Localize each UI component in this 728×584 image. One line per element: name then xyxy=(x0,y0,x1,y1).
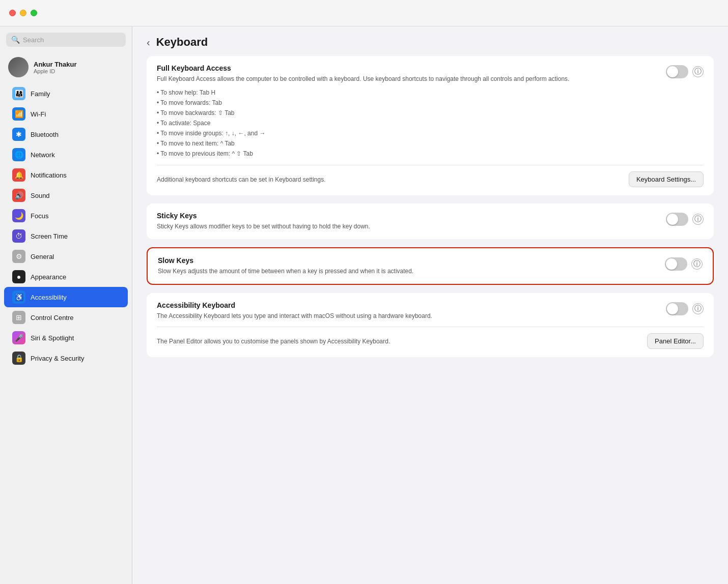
focus-icon: 🌙 xyxy=(12,209,25,222)
sidebar: 🔍 Search Ankur Thakur Apple ID 👨‍👩‍👧Fami… xyxy=(0,26,132,584)
family-icon: 👨‍👩‍👧 xyxy=(12,87,25,100)
section-slow-keys: Slow KeysSlow Keys adjusts the amount of… xyxy=(148,248,713,284)
screentime-icon: ⏱ xyxy=(12,229,25,243)
avatar xyxy=(8,57,29,77)
notifications-label: Notifications xyxy=(31,171,67,179)
sidebar-item-general[interactable]: ⚙General xyxy=(4,246,128,267)
section-full-keyboard-access: Full Keyboard AccessFull Keyboard Access… xyxy=(147,56,714,195)
sound-icon: 🔊 xyxy=(12,189,25,202)
appearance-icon: ● xyxy=(12,270,25,283)
family-label: Family xyxy=(31,90,50,98)
full-keyboard-access-action-button[interactable]: Keyboard Settings... xyxy=(629,171,704,187)
sticky-keys-title: Sticky Keys xyxy=(157,212,658,220)
wifi-icon: 📶 xyxy=(12,107,25,121)
accessibility-keyboard-toggle[interactable] xyxy=(666,302,688,315)
wifi-label: Wi-Fi xyxy=(31,110,46,118)
card-sticky-keys: Sticky KeysSticky Keys allows modifier k… xyxy=(147,203,714,239)
card-slow-keys: Slow KeysSlow Keys adjusts the amount of… xyxy=(147,247,714,285)
sidebar-item-bluetooth[interactable]: ✱Bluetooth xyxy=(4,124,128,144)
focus-label: Focus xyxy=(31,212,48,220)
accessibility-keyboard-title: Accessibility Keyboard xyxy=(157,301,658,309)
network-icon: 🌐 xyxy=(12,148,25,161)
content-area: ‹ Keyboard Full Keyboard AccessFull Keyb… xyxy=(132,26,728,584)
slow-keys-desc: Slow Keys adjusts the amount of time bet… xyxy=(158,267,657,276)
sidebar-item-family[interactable]: 👨‍👩‍👧Family xyxy=(4,83,128,104)
privacy-icon: 🔒 xyxy=(12,352,25,365)
control-label: Control Centre xyxy=(31,314,74,322)
sticky-keys-info-btn[interactable]: ⓘ xyxy=(692,214,704,225)
user-name: Ankur Thakur xyxy=(34,61,77,68)
search-container: 🔍 Search xyxy=(0,33,132,53)
general-label: General xyxy=(31,253,54,260)
close-button[interactable] xyxy=(9,10,16,16)
accessibility-icon: ♿ xyxy=(12,290,25,304)
search-placeholder: Search xyxy=(23,36,44,44)
section-accessibility-keyboard: Accessibility KeyboardThe Accessibility … xyxy=(147,293,714,357)
slow-keys-info-btn[interactable]: ⓘ xyxy=(691,258,703,270)
siri-label: Siri & Spotlight xyxy=(31,334,74,342)
control-icon: ⊞ xyxy=(12,311,25,324)
full-keyboard-access-toggle[interactable] xyxy=(666,65,688,78)
sidebar-section: 👨‍👩‍👧Family📶Wi-Fi✱Bluetooth🌐Network🔔Noti… xyxy=(0,83,132,368)
appearance-label: Appearance xyxy=(31,273,66,281)
sidebar-item-notifications[interactable]: 🔔Notifications xyxy=(4,165,128,185)
privacy-label: Privacy & Security xyxy=(31,355,84,362)
general-icon: ⚙ xyxy=(12,250,25,263)
sidebar-item-screentime[interactable]: ⏱Screen Time xyxy=(4,226,128,246)
back-button[interactable]: ‹ xyxy=(147,37,150,48)
section-sticky-keys: Sticky KeysSticky Keys allows modifier k… xyxy=(147,203,714,239)
sidebar-item-privacy[interactable]: 🔒Privacy & Security xyxy=(4,348,128,368)
screentime-label: Screen Time xyxy=(31,232,68,240)
sidebar-item-siri[interactable]: 🎤Siri & Spotlight xyxy=(4,328,128,348)
content-body: Full Keyboard AccessFull Keyboard Access… xyxy=(132,56,728,371)
search-icon: 🔍 xyxy=(11,36,20,44)
notifications-icon: 🔔 xyxy=(12,168,25,182)
sound-label: Sound xyxy=(31,192,50,199)
sidebar-item-focus[interactable]: 🌙Focus xyxy=(4,206,128,226)
content-header: ‹ Keyboard xyxy=(132,26,728,56)
accessibility-keyboard-action-button[interactable]: Panel Editor... xyxy=(647,333,704,349)
sidebar-item-wifi[interactable]: 📶Wi-Fi xyxy=(4,104,128,124)
accessibility-label: Accessibility xyxy=(31,294,67,301)
full-keyboard-access-title: Full Keyboard Access xyxy=(157,64,658,72)
maximize-button[interactable] xyxy=(31,10,37,16)
bluetooth-icon: ✱ xyxy=(12,128,25,141)
sidebar-item-accessibility[interactable]: ♿Accessibility xyxy=(4,287,128,307)
full-keyboard-access-desc: Full Keyboard Access allows the computer… xyxy=(157,74,658,159)
sticky-keys-toggle[interactable] xyxy=(666,213,688,226)
full-keyboard-access-additional-text: Additional keyboard shortcuts can be set… xyxy=(157,175,621,184)
search-box[interactable]: 🔍 Search xyxy=(6,33,126,47)
user-profile[interactable]: Ankur Thakur Apple ID xyxy=(0,53,132,83)
sidebar-item-appearance[interactable]: ●Appearance xyxy=(4,267,128,287)
accessibility-keyboard-desc: The Accessibility Keyboard lets you type… xyxy=(157,311,658,320)
page-title: Keyboard xyxy=(156,36,208,49)
siri-icon: 🎤 xyxy=(12,331,25,344)
slow-keys-toggle[interactable] xyxy=(665,257,687,271)
bluetooth-label: Bluetooth xyxy=(31,131,59,138)
slow-keys-title: Slow Keys xyxy=(158,256,657,265)
user-subtitle: Apple ID xyxy=(34,68,77,74)
accessibility-keyboard-info-btn[interactable]: ⓘ xyxy=(692,303,704,314)
card-full-keyboard-access: Full Keyboard AccessFull Keyboard Access… xyxy=(147,56,714,195)
network-label: Network xyxy=(31,151,55,159)
sidebar-item-sound[interactable]: 🔊Sound xyxy=(4,185,128,206)
sidebar-item-control[interactable]: ⊞Control Centre xyxy=(4,307,128,328)
accessibility-keyboard-additional-text: The Panel Editor allows you to customise… xyxy=(157,337,639,346)
title-bar xyxy=(0,0,728,26)
sidebar-item-network[interactable]: 🌐Network xyxy=(4,144,128,165)
sticky-keys-desc: Sticky Keys allows modifier keys to be s… xyxy=(157,222,658,231)
card-accessibility-keyboard: Accessibility KeyboardThe Accessibility … xyxy=(147,293,714,357)
minimize-button[interactable] xyxy=(20,10,26,16)
full-keyboard-access-info-btn[interactable]: ⓘ xyxy=(692,66,704,77)
